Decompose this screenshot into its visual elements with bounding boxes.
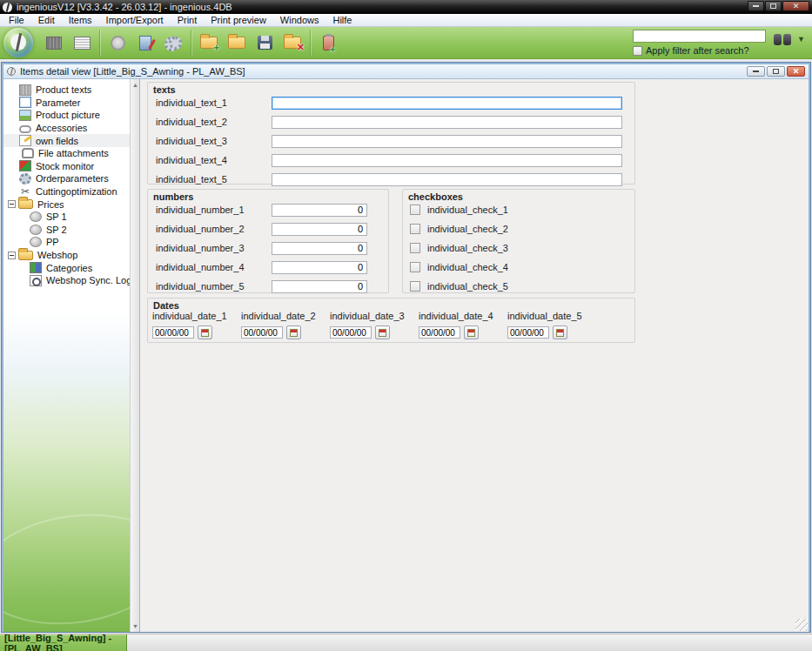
sidebar-item-label: Orderparameters [36, 173, 109, 184]
clipboard-add-button[interactable]: ＋ [316, 30, 340, 55]
folder-add-icon: ＋ [200, 37, 218, 49]
apply-filter-checkbox[interactable] [633, 46, 642, 56]
duplicate-record-button[interactable] [225, 30, 249, 55]
sidebar-item-accessories[interactable]: Accessories [3, 122, 130, 135]
menu-hilfe[interactable]: Hilfe [325, 14, 359, 27]
sidebar-item-categories[interactable]: Categories [3, 261, 130, 274]
collapse-expander-icon[interactable] [8, 252, 16, 259]
individual-text-3-input[interactable] [272, 135, 622, 148]
individual-number-1-input[interactable] [272, 204, 367, 217]
sidebar-item-label: Webshop Sync. Log [46, 275, 130, 285]
calendar-list-button[interactable] [70, 30, 94, 55]
date-field: individual_date_2 [241, 311, 330, 339]
detail-window-icon [7, 67, 16, 76]
individual-number-2-input[interactable] [272, 223, 367, 236]
individual-date-1-input[interactable] [152, 326, 194, 339]
texts-group-title: texts [153, 84, 176, 95]
detail-window-titlebar[interactable]: Items detail view [Little_Big_S_Awning -… [3, 64, 809, 79]
individual-date-2-input[interactable] [241, 326, 283, 339]
date-field: individual_date_5 [507, 311, 596, 339]
sidebar-item-webshop-sync-log[interactable]: Webshop Sync. Log [3, 274, 130, 287]
sidebar-item-stock-monitor[interactable]: Stock monitor [3, 160, 130, 173]
menu-items[interactable]: Items [62, 14, 99, 27]
maximize-button[interactable] [765, 1, 782, 11]
sidebar-scrollbar[interactable]: ▲ ▼ [130, 79, 140, 632]
resize-grip[interactable] [795, 619, 808, 631]
gears-icon [164, 36, 182, 50]
sidebar-item-own-fields[interactable]: own fields [3, 134, 130, 147]
date-picker-button[interactable] [198, 326, 212, 339]
menu-import-export[interactable]: Import/Export [99, 14, 171, 27]
individual-number-5-input[interactable] [272, 280, 367, 293]
individual-date-3-input[interactable] [330, 326, 372, 339]
settings-button[interactable] [161, 30, 185, 55]
grid-view-button[interactable] [42, 30, 66, 55]
individual-check-1-checkbox[interactable] [410, 205, 420, 215]
individual-check-4-checkbox[interactable] [410, 262, 420, 272]
search-input[interactable] [633, 30, 766, 43]
individual-check-2-checkbox[interactable] [410, 224, 420, 234]
individual-text-5-input[interactable] [272, 173, 622, 186]
sidebar-item-sp1[interactable]: SP 1 [3, 211, 130, 224]
edit-record-button[interactable] [133, 30, 158, 55]
status-item-tab[interactable]: [Little_Big_S_Awning] - [PL_AW_BS] [0, 634, 127, 651]
sidebar-item-orderparameters[interactable]: Orderparameters [3, 172, 130, 185]
individual-number-3-input[interactable] [272, 242, 367, 255]
save-floppy-icon [258, 36, 272, 50]
gear-icon [19, 173, 31, 185]
sidebar-item-cuttingoptimization[interactable]: ✂ Cuttingoptimization [3, 185, 130, 198]
minimize-button[interactable] [748, 1, 764, 11]
detail-maximize-button[interactable] [767, 66, 785, 77]
save-button[interactable] [252, 30, 277, 55]
menu-edit[interactable]: Edit [31, 14, 62, 27]
clock-button[interactable] [105, 30, 130, 55]
detail-minimize-button[interactable] [747, 66, 765, 77]
scroll-down-icon[interactable]: ▼ [131, 621, 140, 632]
sidebar-item-product-picture[interactable]: Product picture [3, 109, 130, 122]
individual-text-1-input[interactable] [272, 97, 622, 110]
menu-file[interactable]: File [2, 14, 31, 27]
individual-date-4-input[interactable] [419, 326, 460, 339]
date-field: individual_date_4 [419, 311, 507, 339]
scroll-up-icon[interactable]: ▲ [131, 79, 140, 91]
status-bar: [Little_Big_S_Awning] - [PL_AW_BS] [0, 634, 812, 651]
date-picker-button[interactable] [375, 326, 390, 339]
sidebar-item-pp[interactable]: PP [3, 236, 130, 249]
individual-text-4-input[interactable] [272, 154, 622, 167]
sidebar-item-product-texts[interactable]: Product texts [3, 84, 130, 97]
field-label: individual_date_4 [419, 311, 507, 321]
date-picker-button[interactable] [464, 326, 479, 339]
menu-windows[interactable]: Windows [273, 14, 326, 27]
date-picker-button[interactable] [286, 326, 301, 339]
menu-print[interactable]: Print [171, 14, 205, 27]
individual-number-4-input[interactable] [272, 261, 367, 274]
sidebar-item-file-attachments[interactable]: File attachments [3, 147, 130, 160]
sidebar-item-parameter[interactable]: Parameter [3, 97, 130, 110]
coin-icon [30, 237, 42, 247]
field-label: individual_text_1 [156, 97, 272, 108]
checkbox-label: individual_check_3 [427, 243, 508, 253]
close-button[interactable]: ✕ [782, 1, 809, 11]
title-bar: ingeniousV12 [V3.3.42 - 26.03.12] - inge… [0, 0, 812, 14]
individual-text-2-input[interactable] [272, 116, 622, 129]
individual-check-3-checkbox[interactable] [410, 243, 420, 253]
detail-close-button[interactable]: ✕ [787, 66, 805, 77]
form-row: individual_check_3 [403, 238, 634, 258]
search-dropdown-arrow-icon[interactable]: ▼ [797, 35, 805, 44]
clipboard-add-icon: ＋ [323, 36, 334, 50]
individual-date-5-input[interactable] [507, 326, 549, 339]
sidebar-item-label: Webshop [37, 250, 77, 260]
date-picker-button[interactable] [553, 326, 567, 339]
app-logo-sphere-icon[interactable] [3, 28, 33, 57]
search-binoculars-icon[interactable] [774, 34, 791, 45]
new-record-button[interactable]: ＋ [197, 30, 221, 55]
individual-check-5-checkbox[interactable] [410, 281, 420, 292]
field-label: individual_text_2 [156, 117, 272, 127]
sidebar-item-webshop[interactable]: Webshop [3, 249, 130, 262]
menu-print-preview[interactable]: Print preview [204, 14, 273, 27]
sidebar-item-prices[interactable]: Prices [3, 198, 130, 211]
collapse-expander-icon[interactable] [8, 200, 16, 208]
delete-record-button[interactable]: ✕ [280, 30, 305, 55]
application-window: ingeniousV12 [V3.3.42 - 26.03.12] - inge… [0, 0, 812, 651]
sidebar-item-sp2[interactable]: SP 2 [3, 224, 130, 237]
